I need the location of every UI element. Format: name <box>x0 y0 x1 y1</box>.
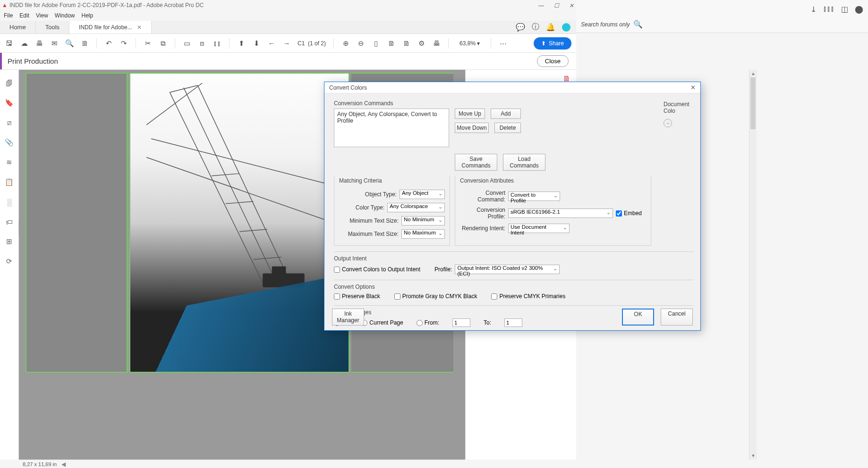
zoom-level[interactable]: 63,8% ▾ <box>456 39 483 48</box>
max-text-select[interactable]: No Maximum <box>401 229 445 239</box>
print-setup-icon[interactable]: 🖶 <box>432 39 441 48</box>
move-up-button[interactable]: Move Up <box>455 109 485 119</box>
magnify-icon[interactable]: 🔍 <box>65 39 74 48</box>
bookmark-icon[interactable]: 🔖 <box>5 98 14 108</box>
convert-command-select[interactable]: Convert to Profile <box>508 192 560 201</box>
cut-icon[interactable]: ✂ <box>144 39 152 48</box>
chat-icon[interactable]: 💬 <box>516 23 525 32</box>
add-button[interactable]: Add <box>491 109 521 119</box>
dialog-title: Convert Colors <box>329 84 367 91</box>
tab-document[interactable]: INDD file for Adobe... ✕ <box>69 21 152 33</box>
library-icon[interactable]: ⫿⫿⫿ <box>823 5 834 14</box>
color-panel-icon[interactable]: ░ <box>5 197 14 207</box>
vertical-scrollbar[interactable]: ▲ ▼ <box>749 70 757 460</box>
minimize-button[interactable]: — <box>538 2 544 8</box>
tags-icon[interactable]: 🏷 <box>5 217 14 226</box>
attachments-icon[interactable]: 📎 <box>5 138 14 147</box>
object-type-select[interactable]: Any Object <box>400 190 445 199</box>
page-number[interactable]: C1 (1 of 2) <box>298 40 326 47</box>
preserve-black-input[interactable] <box>334 293 340 300</box>
notification-icon[interactable]: 🔔 <box>546 23 555 32</box>
scroll-thumb[interactable] <box>750 77 756 129</box>
object-type-label: Object Type: <box>365 191 397 198</box>
ruler-icon[interactable]: ⧄ <box>5 118 14 127</box>
colorful-ext-icon[interactable]: ⬤ <box>855 5 863 14</box>
clipboard-icon[interactable]: 📋 <box>5 177 14 187</box>
prev-page-icon[interactable]: ← <box>267 39 276 48</box>
close-button[interactable]: ✕ <box>569 2 574 8</box>
convert-to-output-checkbox[interactable]: Convert Colors to Output Intent <box>334 266 420 273</box>
next-page-icon[interactable]: → <box>282 39 291 48</box>
page-settings-icon[interactable]: ⚙ <box>417 39 425 48</box>
sidebar-icon[interactable]: ◫ <box>841 5 848 14</box>
statusbar-scroll-left-icon[interactable]: ◀ <box>61 461 66 468</box>
close-tab-icon[interactable]: ✕ <box>137 24 142 31</box>
convert-panel-icon[interactable]: ⟳ <box>5 257 14 266</box>
copy-icon[interactable]: ⧉ <box>159 39 167 48</box>
delete-button[interactable]: Delete <box>494 123 521 133</box>
rendering-intent-select[interactable]: Use Document Intent <box>508 224 570 233</box>
embed-checkbox[interactable]: Embed <box>616 210 642 217</box>
more-icon[interactable]: ⋯ <box>499 39 507 48</box>
cloud-icon[interactable]: ☁ <box>20 39 28 48</box>
layers-icon[interactable]: ≋ <box>5 158 14 167</box>
up-arrow-icon[interactable]: ⬆ <box>237 39 246 48</box>
convert-to-output-checkbox-input[interactable] <box>334 267 340 273</box>
ink-manager-button[interactable]: Ink Manager <box>332 309 364 326</box>
redo-icon[interactable]: ↷ <box>119 39 128 48</box>
ok-button[interactable]: OK <box>622 309 654 326</box>
page-fit-icon[interactable]: ▭ <box>183 39 191 48</box>
down-arrow-icon[interactable]: ⬇ <box>252 39 261 48</box>
pages-panel-icon[interactable]: 🗐 <box>5 78 14 88</box>
menu-help[interactable]: Help <box>82 12 94 19</box>
page-tool-icon[interactable]: 🗎 <box>80 39 89 48</box>
tab-tools[interactable]: Tools <box>36 21 69 33</box>
load-commands-button[interactable]: Load Commands <box>503 154 545 171</box>
commands-list[interactable]: Any Object, Any Colorspace, Convert to P… <box>334 109 449 147</box>
menu-file[interactable]: File <box>4 12 13 19</box>
scroll-down-icon[interactable]: ▼ <box>749 452 757 460</box>
page-icon-2[interactable]: 🗎 <box>387 39 395 48</box>
dialog-close-icon[interactable]: ✕ <box>690 84 696 91</box>
promote-gray-input[interactable] <box>394 293 400 300</box>
search-icon[interactable]: 🔍 <box>633 20 643 29</box>
menu-view[interactable]: View <box>36 12 48 19</box>
maximize-button[interactable]: ☐ <box>553 2 559 8</box>
share-button[interactable]: ⬆ Share <box>534 37 571 50</box>
zoom-out-icon[interactable]: ⊖ <box>357 39 365 48</box>
menu-edit[interactable]: Edit <box>19 12 29 19</box>
color-type-select[interactable]: Any Colorspace <box>387 203 445 212</box>
scroll-up-icon[interactable]: ▲ <box>749 70 757 77</box>
move-down-button[interactable]: Move Down <box>455 123 489 133</box>
preserve-cmyk-checkbox[interactable]: Preserve CMYK Primaries <box>491 293 565 300</box>
tab-home[interactable]: Home <box>0 21 36 33</box>
menu-window[interactable]: Window <box>55 12 75 19</box>
help-icon[interactable]: ⓘ <box>532 22 539 32</box>
save-icon[interactable]: 🖫 <box>5 39 13 48</box>
cancel-button[interactable]: Cancel <box>661 309 693 326</box>
snapshot-icon[interactable]: ⧈ <box>198 39 206 48</box>
avatar[interactable] <box>562 23 570 32</box>
download-icon[interactable]: ⤓ <box>810 5 817 14</box>
refresh-icon[interactable]: → <box>664 119 672 127</box>
min-text-select[interactable]: No Minimum <box>401 216 445 226</box>
preserve-black-checkbox[interactable]: Preserve Black <box>334 293 380 300</box>
promote-gray-checkbox[interactable]: Promote Gray to CMYK Black <box>394 293 477 300</box>
hand-tool-icon[interactable]: ⊕ <box>341 39 350 48</box>
output-profile-select[interactable]: Output Intent: ISO Coated v2 300% (ECI) <box>455 265 560 274</box>
mode-close-button[interactable]: Close <box>537 55 569 67</box>
svg-line-10 <box>146 83 202 125</box>
search-forums[interactable]: Search forums only 🔍 <box>581 20 643 29</box>
tree-icon[interactable]: ⊞ <box>5 237 14 246</box>
two-page-icon[interactable]: ⫿⫿ <box>213 39 221 48</box>
conversion-profile-select[interactable]: sRGB IEC61966-2.1 <box>508 209 613 218</box>
undo-icon[interactable]: ↶ <box>104 39 113 48</box>
page-icon-3[interactable]: 🗎 <box>402 39 410 48</box>
single-page-icon[interactable]: ▯ <box>372 39 380 48</box>
save-commands-button[interactable]: Save Commands <box>455 154 497 171</box>
command-entry[interactable]: Any Object, Any Colorspace, Convert to P… <box>337 111 446 124</box>
print-icon[interactable]: 🖶 <box>35 39 43 48</box>
embed-checkbox-input[interactable] <box>616 210 622 217</box>
preserve-cmyk-input[interactable] <box>491 293 497 300</box>
mail-icon[interactable]: ✉ <box>50 39 59 48</box>
